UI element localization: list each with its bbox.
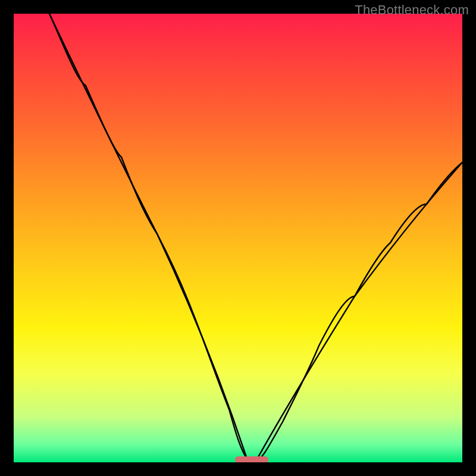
chart-frame: TheBottleneck.com xyxy=(0,0,476,476)
chart-svg xyxy=(14,14,462,462)
trough-marker xyxy=(235,456,268,462)
bottleneck-curve-overlay xyxy=(49,14,462,462)
watermark-text: TheBottleneck.com xyxy=(355,2,469,18)
plot-area xyxy=(14,14,462,462)
